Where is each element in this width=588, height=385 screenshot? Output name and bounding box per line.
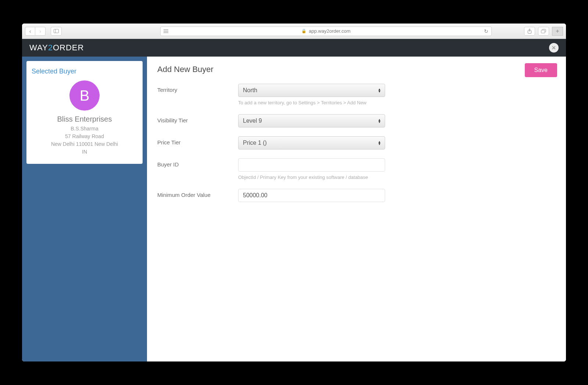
save-button[interactable]: Save	[525, 63, 557, 77]
close-button[interactable]: ✕	[549, 43, 559, 53]
share-icon	[527, 29, 532, 34]
plus-icon: +	[556, 28, 559, 35]
label-min-order: Minimum Order Value	[157, 189, 238, 198]
select-territory-value: North	[243, 87, 257, 94]
share-button[interactable]	[524, 27, 535, 36]
close-icon: ✕	[552, 45, 556, 51]
browser-window: ‹ › 🔒 app.way2order.com ↻	[22, 24, 566, 361]
svg-rect-0	[54, 29, 59, 33]
buyer-card-title: Selected Buyer	[32, 68, 137, 75]
input-buyer-id[interactable]	[238, 158, 385, 172]
content: Add New Buyer Save Territory North ▲▼ To…	[147, 57, 566, 361]
app-header: WAY2ORDER ✕	[22, 39, 566, 57]
sidebar: Selected Buyer B Bliss Enterprises B.S.S…	[22, 57, 147, 361]
row-buyer-id: Buyer ID ObjectId / Primary Key from you…	[157, 158, 556, 180]
chevron-left-icon: ‹	[29, 28, 31, 34]
chevron-updown-icon: ▲▼	[378, 141, 381, 145]
reload-button[interactable]: ↻	[484, 28, 488, 34]
row-price-tier: Price Tier Price 1 () ▲▼	[157, 136, 556, 150]
chevron-updown-icon: ▲▼	[378, 119, 381, 123]
label-buyer-id: Buyer ID	[157, 158, 238, 168]
select-visibility-value: Level 9	[243, 118, 262, 124]
tabs-button[interactable]	[538, 27, 549, 36]
row-territory: Territory North ▲▼ To add a new territor…	[157, 84, 556, 105]
browser-chrome: ‹ › 🔒 app.way2order.com ↻	[22, 24, 566, 39]
buyer-country: IN	[32, 148, 137, 156]
avatar: B	[69, 80, 100, 111]
chevron-updown-icon: ▲▼	[378, 88, 381, 93]
label-territory: Territory	[157, 84, 238, 93]
reader-icon[interactable]	[161, 29, 171, 33]
logo-part1: WAY	[29, 43, 48, 52]
chrome-right-group: +	[524, 27, 563, 36]
svg-rect-8	[541, 30, 545, 33]
nav-group: ‹ ›	[25, 27, 46, 36]
row-min-order: Minimum Order Value	[157, 189, 556, 202]
back-button[interactable]: ‹	[25, 27, 35, 36]
buyer-address1: 57 Railway Road	[32, 133, 137, 140]
url-text: app.way2order.com	[309, 28, 350, 34]
new-tab-button[interactable]: +	[552, 27, 563, 36]
hint-buyer-id: ObjectId / Primary Key from your existin…	[238, 174, 385, 180]
buyer-contact: B.S.Sharma	[32, 125, 137, 133]
chevron-right-icon: ›	[39, 28, 41, 34]
forward-button[interactable]: ›	[35, 27, 46, 36]
label-price-tier: Price Tier	[157, 136, 238, 145]
sidebar-toggle-button[interactable]	[51, 27, 62, 36]
lock-icon: 🔒	[301, 29, 306, 33]
logo-part3: ORDER	[53, 43, 84, 52]
page-title: Add New Buyer	[157, 65, 556, 74]
select-territory[interactable]: North ▲▼	[238, 84, 385, 97]
select-price-tier-value: Price 1 ()	[243, 140, 267, 146]
app-body: Selected Buyer B Bliss Enterprises B.S.S…	[22, 57, 566, 361]
input-min-order[interactable]	[238, 189, 385, 202]
select-price-tier[interactable]: Price 1 () ▲▼	[238, 136, 385, 150]
row-visibility: Visibility Tier Level 9 ▲▼	[157, 114, 556, 127]
url-bar[interactable]: 🔒 app.way2order.com ↻	[160, 26, 492, 36]
buyer-card: Selected Buyer B Bliss Enterprises B.S.S…	[26, 61, 143, 164]
tabs-icon	[541, 29, 546, 33]
label-visibility: Visibility Tier	[157, 114, 238, 123]
buyer-company: Bliss Enterprises	[32, 115, 137, 123]
panel-icon	[54, 29, 59, 33]
avatar-initial: B	[80, 87, 90, 104]
select-visibility[interactable]: Level 9 ▲▼	[238, 114, 385, 127]
app-logo: WAY2ORDER	[29, 43, 84, 53]
logo-part2: 2	[48, 43, 53, 52]
hint-territory: To add a new territory, go to Settings >…	[238, 100, 385, 105]
buyer-address2: New Delhi 110001 New Delhi	[32, 140, 137, 148]
